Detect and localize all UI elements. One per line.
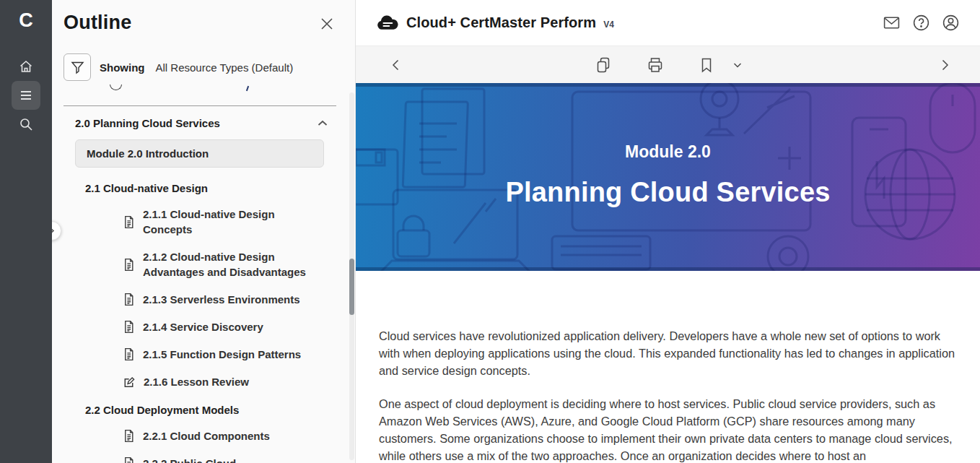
outline-section[interactable]: 2.0 Planning Cloud Services <box>75 117 328 129</box>
outline-subsection[interactable]: 2.2 Cloud Deployment Models <box>85 404 344 416</box>
comptia-logo: C <box>19 9 33 32</box>
document-icon <box>123 258 135 272</box>
left-rail: C <box>0 0 52 463</box>
outline-item[interactable]: 2.1.6 Lesson Review <box>123 374 326 389</box>
previous-page-button[interactable] <box>390 59 403 72</box>
chevron-up-icon <box>318 120 328 126</box>
lesson-body: Cloud services have revolutionized appli… <box>356 271 980 463</box>
filter-funnel-icon <box>71 61 84 74</box>
messages-button[interactable] <box>883 14 901 32</box>
menu-icon <box>19 88 33 103</box>
outline-item-label: 2.2.2 Public Cloud <box>143 456 236 463</box>
lesson-paragraph: Cloud services have revolutionized appli… <box>379 327 958 379</box>
outline-item-label: 2.1.5 Function Design Patterns <box>143 347 301 362</box>
document-icon <box>123 320 135 334</box>
home-icon <box>18 59 34 74</box>
close-outline-button[interactable] <box>316 13 338 35</box>
copy-icon <box>594 56 613 74</box>
product-version: V4 <box>603 20 614 30</box>
print-icon <box>646 56 665 74</box>
search-button[interactable] <box>12 110 40 139</box>
reader-toolbar <box>356 46 980 83</box>
outline-menu-button[interactable] <box>12 81 40 110</box>
cloud-icon <box>376 15 399 31</box>
outline-item[interactable]: 2.2.2 Public Cloud <box>123 456 326 463</box>
pencil-icon <box>123 376 136 389</box>
app-header: Cloud+ CertMaster Perform V4 <box>356 0 980 46</box>
module-title: Planning Cloud Services <box>505 177 830 208</box>
forward-arrow-icon <box>938 59 951 72</box>
outline-section-label: 2.0 Planning Cloud Services <box>75 117 220 129</box>
document-icon <box>123 456 135 463</box>
document-icon <box>123 429 135 443</box>
home-button[interactable] <box>12 52 40 81</box>
chevron-down-icon <box>732 60 743 70</box>
outline-item[interactable]: 2.2.1 Cloud Components <box>123 428 326 443</box>
clipped-icon <box>110 85 122 90</box>
outline-subsection[interactable]: 2.1 Cloud-native Design <box>85 182 344 194</box>
resource-filter-row: Showing All Resource Types (Default) <box>64 53 344 81</box>
outline-item[interactable]: 2.1.2 Cloud-native Design Advantages and… <box>123 249 326 280</box>
outline-divider <box>64 105 336 106</box>
module-hero-banner: Module 2.0 Planning Cloud Services <box>356 83 980 271</box>
outline-item-label: 2.1.6 Lesson Review <box>144 374 249 389</box>
copy-button[interactable] <box>594 56 613 74</box>
help-icon <box>912 14 930 32</box>
outline-item[interactable]: 2.1.3 Serverless Environments <box>123 292 326 307</box>
outline-scrollbar-track[interactable] <box>349 92 354 460</box>
mail-icon <box>883 14 901 32</box>
outline-item-label: 2.1.4 Service Discovery <box>143 319 263 334</box>
document-icon <box>123 347 135 361</box>
showing-label: Showing <box>100 61 145 74</box>
close-icon <box>320 17 333 30</box>
clipped-list-item[interactable] <box>52 85 355 95</box>
outline-item-label: 2.2.1 Cloud Components <box>143 428 270 443</box>
product-title: Cloud+ CertMaster Perform <box>406 14 596 31</box>
search-icon <box>18 116 34 132</box>
outline-tree: 2.0 Planning Cloud ServicesModule 2.0 In… <box>52 117 355 463</box>
next-page-button[interactable] <box>938 59 951 72</box>
outline-panel-title: Outline <box>64 12 131 34</box>
document-icon <box>123 215 135 229</box>
filter-button[interactable] <box>64 53 91 81</box>
bookmark-button[interactable] <box>698 56 715 74</box>
module-number-label: Module 2.0 <box>625 142 711 162</box>
outline-item[interactable]: 2.1.4 Service Discovery <box>123 319 326 334</box>
outline-item-selected[interactable]: Module 2.0 Introduction <box>75 139 324 168</box>
bookmark-menu-button[interactable] <box>732 60 743 70</box>
clipped-text-fragment <box>246 86 249 91</box>
print-button[interactable] <box>646 56 665 74</box>
outline-panel: Outline Showing All Resource Types (Defa… <box>52 0 356 463</box>
account-icon <box>942 14 960 32</box>
outline-item-label: 2.1.2 Cloud-native Design Advantages and… <box>143 249 315 280</box>
lesson-paragraph: One aspect of cloud deployment is decidi… <box>379 395 958 463</box>
help-button[interactable] <box>912 14 930 32</box>
outline-item-label: 2.1.1 Cloud-native Design Concepts <box>143 207 315 237</box>
outline-scrollbar-thumb[interactable] <box>349 259 354 315</box>
back-arrow-icon <box>390 59 403 72</box>
bookmark-icon <box>698 56 715 74</box>
outline-item-label: 2.1.3 Serverless Environments <box>143 292 300 307</box>
account-button[interactable] <box>942 14 960 32</box>
main-content: Cloud+ CertMaster Perform V4 <box>356 0 980 463</box>
outline-item[interactable]: 2.1.1 Cloud-native Design Concepts <box>123 207 326 237</box>
document-icon <box>123 293 135 306</box>
filter-value: All Resource Types (Default) <box>156 61 294 74</box>
outline-item[interactable]: 2.1.5 Function Design Patterns <box>123 347 326 362</box>
